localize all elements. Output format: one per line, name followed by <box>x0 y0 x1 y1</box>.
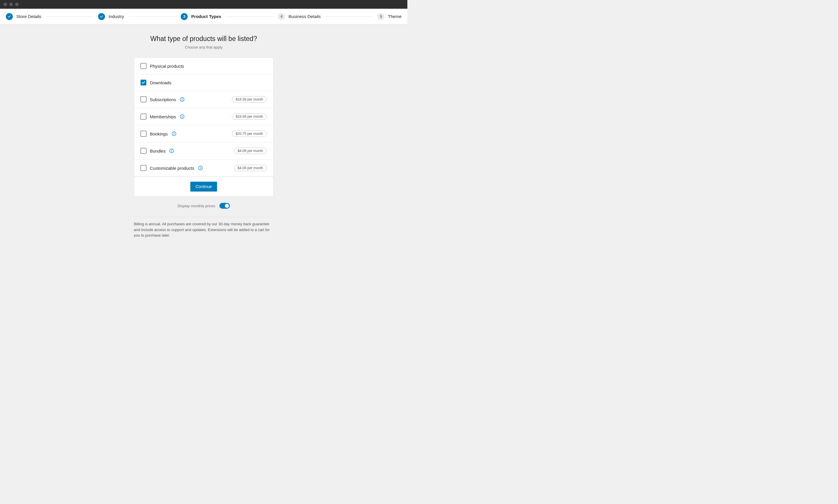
checkbox[interactable] <box>140 148 147 154</box>
step-label: Industry <box>108 14 124 19</box>
product-type-option[interactable]: Bookings$20.75 per month <box>134 125 273 142</box>
step-number-badge: 3 <box>181 13 188 20</box>
card-footer: Continue <box>134 177 273 196</box>
svg-point-14 <box>200 167 201 167</box>
step-product-types[interactable]: 3Product Types <box>181 13 221 20</box>
step-label: Theme <box>388 14 401 19</box>
step-connector <box>226 16 273 17</box>
step-label: Store Details <box>16 14 41 19</box>
checkbox[interactable] <box>140 165 147 171</box>
step-connector <box>129 16 176 17</box>
product-types-card: Physical productsDownloadsSubscriptions$… <box>134 57 274 197</box>
page-subtitle: Choose any that apply <box>185 45 222 49</box>
checkbox[interactable] <box>140 79 147 86</box>
option-label: Physical products <box>150 64 184 69</box>
svg-point-11 <box>171 150 172 150</box>
checkbox[interactable] <box>140 114 147 120</box>
checkbox[interactable] <box>140 131 147 137</box>
option-label: Bookings <box>150 131 168 136</box>
info-icon[interactable] <box>179 114 185 119</box>
info-icon[interactable] <box>171 131 177 136</box>
price-pill: $4.08 per month <box>234 165 267 171</box>
svg-point-8 <box>174 132 174 133</box>
svg-point-2 <box>182 98 183 99</box>
checkbox[interactable] <box>140 96 147 102</box>
product-type-option[interactable]: Memberships$16.58 per month <box>134 108 273 125</box>
option-label: Subscriptions <box>150 97 176 102</box>
step-number-badge: 5 <box>377 13 384 20</box>
toggle-knob <box>225 204 229 208</box>
option-label: Downloads <box>150 80 171 85</box>
display-monthly-prices-toggle[interactable] <box>219 203 230 209</box>
step-check-icon <box>98 13 105 20</box>
continue-button[interactable]: Continue <box>190 182 217 192</box>
product-type-option[interactable]: Physical products <box>134 58 273 74</box>
product-type-option[interactable]: Customizable products$4.08 per month <box>134 160 273 177</box>
svg-point-5 <box>182 115 183 116</box>
window-titlebar <box>0 0 407 9</box>
product-type-option[interactable]: Downloads <box>134 74 273 91</box>
step-label: Business Details <box>288 14 321 19</box>
price-pill: $16.58 per month <box>232 96 267 103</box>
step-check-icon <box>6 13 13 20</box>
step-theme[interactable]: 5Theme <box>377 13 401 20</box>
option-label: Memberships <box>150 114 176 119</box>
price-pill: $20.75 per month <box>232 130 267 137</box>
main-content: What type of products will be listed? Ch… <box>0 24 407 238</box>
step-business-details[interactable]: 4Business Details <box>278 13 321 20</box>
info-icon[interactable] <box>179 97 185 102</box>
toggle-label: Display monthly prices <box>177 204 215 208</box>
step-connector <box>325 16 373 17</box>
step-number-badge: 4 <box>278 13 285 20</box>
billing-note: Billing is annual. All purchases are cov… <box>134 221 274 238</box>
option-label: Customizable products <box>150 166 194 170</box>
page-title: What type of products will be listed? <box>151 35 257 43</box>
display-monthly-prices-row: Display monthly prices <box>177 203 230 209</box>
divider <box>134 217 274 217</box>
stepper: Store DetailsIndustry3Product Types4Busi… <box>0 9 407 24</box>
price-pill: $16.58 per month <box>232 113 267 120</box>
product-type-option[interactable]: Bundles$4.08 per month <box>134 142 273 160</box>
step-label: Product Types <box>191 14 221 19</box>
traffic-light-close[interactable] <box>3 3 7 6</box>
info-icon[interactable] <box>169 148 174 154</box>
traffic-light-zoom[interactable] <box>15 3 19 6</box>
traffic-light-minimize[interactable] <box>9 3 13 6</box>
info-icon[interactable] <box>198 165 203 170</box>
price-pill: $4.08 per month <box>234 148 267 154</box>
step-store-details[interactable]: Store Details <box>6 13 41 20</box>
option-label: Bundles <box>150 148 166 154</box>
product-type-option[interactable]: Subscriptions$16.58 per month <box>134 91 273 108</box>
step-industry[interactable]: Industry <box>98 13 124 20</box>
checkbox[interactable] <box>140 63 147 69</box>
step-connector <box>46 16 93 17</box>
